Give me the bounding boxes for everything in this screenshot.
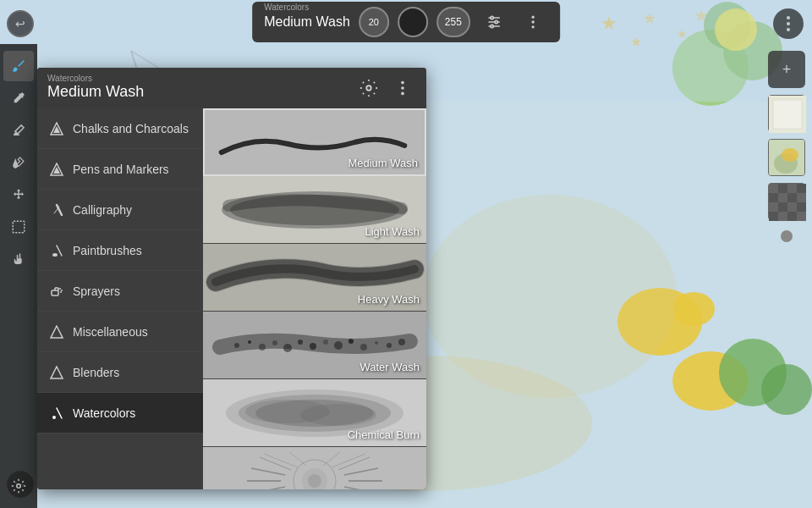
brush-panel-header: Watercolors Medium Wash: [37, 68, 426, 108]
svg-point-38: [531, 25, 534, 28]
svg-point-35: [491, 25, 493, 27]
brush-preview-dry-fan: [203, 447, 426, 489]
layer-thumb-3[interactable]: [768, 183, 805, 220]
brush-settings-icon-btn[interactable]: [479, 7, 509, 37]
category-list: Chalks and Charcoals Pens and Markers: [37, 108, 203, 489]
svg-point-97: [387, 343, 392, 348]
blenders-icon: [49, 365, 64, 380]
brush-panel-body: Chalks and Charcoals Pens and Markers: [37, 108, 426, 489]
add-icon: +: [782, 61, 792, 79]
svg-rect-72: [52, 290, 58, 295]
svg-point-75: [60, 291, 62, 293]
eraser-icon: [11, 123, 26, 138]
svg-rect-48: [778, 184, 787, 193]
category-item-calligraphy[interactable]: Calligraphy: [37, 190, 203, 230]
svg-rect-50: [797, 184, 806, 193]
panel-more-button[interactable]: [389, 75, 416, 102]
opacity-control[interactable]: 20: [359, 7, 389, 37]
app-settings-button[interactable]: [3, 471, 34, 501]
brush-panel: Watercolors Medium Wash: [37, 68, 426, 489]
svg-point-104: [300, 404, 376, 426]
svg-point-91: [310, 343, 316, 350]
brush-item-dry-fan[interactable]: Dry Fan: [203, 447, 426, 489]
category-item-pens[interactable]: Pens and Markers: [37, 149, 203, 190]
top-toolbar: Watercolors Medium Wash 20 255: [0, 0, 812, 44]
svg-rect-60: [778, 212, 787, 221]
panel-title: Medium Wash: [47, 83, 144, 102]
svg-point-93: [334, 341, 343, 350]
watercolors-icon: [49, 406, 64, 421]
transform-tool-button[interactable]: [3, 179, 34, 210]
svg-point-73: [59, 288, 61, 290]
smudge-tool-button[interactable]: [3, 147, 34, 178]
svg-point-98: [398, 339, 405, 345]
svg-point-88: [272, 340, 277, 345]
svg-point-19: [672, 292, 715, 326]
category-item-paintbrushes[interactable]: Paintbrushes: [37, 230, 203, 271]
brush-label-medium-wash: Medium Wash: [348, 157, 418, 169]
brush-item-chemical-burn[interactable]: Chemical Burn: [203, 379, 426, 447]
toolbar-dots-icon: [524, 14, 541, 30]
svg-rect-61: [787, 212, 797, 221]
toolbar-brush-name: Medium Wash: [264, 14, 350, 30]
eyedropper-tool-button[interactable]: [3, 83, 34, 113]
category-item-chalks[interactable]: Chalks and Charcoals: [37, 108, 203, 149]
svg-rect-57: [787, 202, 797, 212]
left-toolbar: [0, 44, 37, 508]
svg-point-74: [61, 290, 63, 291]
brush-item-water-wash[interactable]: Water Wash: [203, 312, 426, 379]
layer-thumb-1[interactable]: [768, 95, 805, 132]
chalks-icon: [49, 121, 64, 136]
add-layer-button[interactable]: +: [768, 51, 805, 88]
gear-icon: [359, 79, 378, 97]
category-label-chalks: Chalks and Charcoals: [73, 122, 189, 135]
pens-icon: [49, 162, 64, 177]
category-label-calligraphy: Calligraphy: [73, 203, 132, 217]
layer-thumb-2[interactable]: [768, 139, 805, 176]
svg-marker-77: [51, 367, 63, 378]
category-item-watercolors[interactable]: Watercolors: [37, 393, 203, 433]
smudge-icon: [11, 155, 26, 170]
category-item-blenders[interactable]: Blenders: [37, 352, 203, 393]
svg-point-85: [234, 343, 239, 348]
svg-point-33: [491, 16, 493, 19]
brush-item-medium-wash[interactable]: Medium Wash: [203, 108, 426, 176]
category-label-watercolors: Watercolors: [73, 406, 135, 420]
layer-2-preview: [769, 140, 805, 176]
size-control[interactable]: 255: [436, 7, 470, 37]
panel-gear-button[interactable]: [355, 75, 382, 102]
toolbar-controls: Watercolors Medium Wash 20 255: [264, 7, 548, 37]
svg-rect-54: [797, 193, 806, 202]
svg-rect-51: [769, 193, 778, 202]
brush-tool-button[interactable]: [3, 51, 34, 81]
category-label-pens: Pens and Markers: [73, 163, 169, 176]
layer-indicator: [781, 230, 793, 242]
selection-icon: [11, 219, 26, 235]
calligraphy-icon: [49, 202, 64, 218]
brush-label-heavy-wash: Heavy Wash: [358, 293, 420, 306]
selection-tool-button[interactable]: [3, 212, 34, 242]
category-item-sprayers[interactable]: Sprayers: [37, 271, 203, 312]
toolbar-category-label: Watercolors: [264, 3, 309, 12]
eyedropper-icon: [11, 91, 26, 106]
transform-icon: [11, 187, 26, 202]
svg-point-40: [17, 484, 21, 489]
svg-point-90: [298, 340, 303, 345]
svg-rect-62: [797, 212, 806, 221]
category-label-sprayers: Sprayers: [73, 284, 120, 298]
brush-item-heavy-wash[interactable]: Heavy Wash: [203, 244, 426, 312]
eraser-tool-button[interactable]: [3, 115, 34, 146]
category-item-miscellaneous[interactable]: Miscellaneous: [37, 312, 203, 352]
svg-marker-76: [51, 326, 63, 338]
toolbar-center: Watercolors Medium Wash 20 255: [252, 2, 560, 42]
pan-tool-button[interactable]: [3, 244, 34, 274]
svg-point-86: [248, 340, 251, 344]
brush-item-light-wash[interactable]: Light Wash: [203, 176, 426, 244]
svg-point-89: [283, 344, 292, 352]
svg-point-92: [323, 340, 328, 345]
brush-preview-dot[interactable]: [398, 7, 428, 37]
svg-point-94: [348, 339, 354, 344]
svg-rect-58: [797, 202, 806, 212]
brush-label-water-wash: Water Wash: [359, 361, 420, 373]
toolbar-menu-icon-btn[interactable]: [518, 7, 548, 37]
